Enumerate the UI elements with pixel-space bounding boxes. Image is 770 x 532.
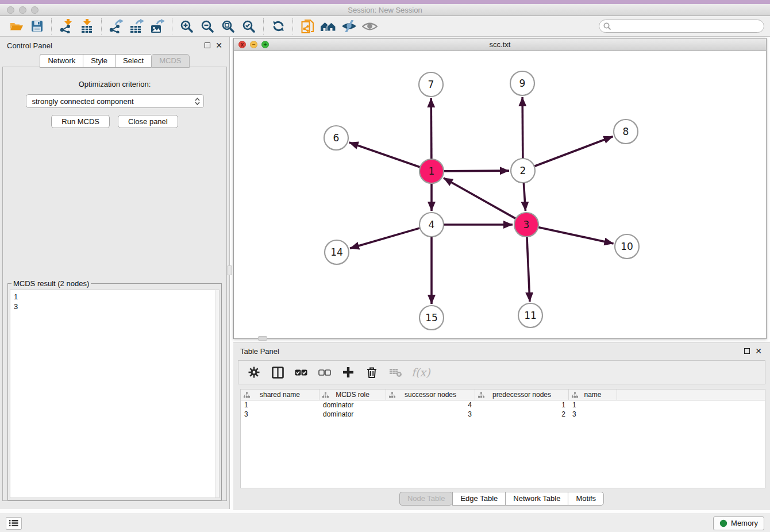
edge-3-10[interactable] <box>538 227 614 243</box>
tab-motifs[interactable]: Motifs <box>568 492 604 506</box>
checked-boxes-icon <box>295 369 307 376</box>
float-table-panel-icon[interactable] <box>744 348 750 354</box>
select-all-button[interactable] <box>294 364 309 381</box>
import-table-icon <box>80 19 93 33</box>
toggle-panel-layout-button[interactable] <box>270 364 285 381</box>
unchecked-boxes-icon <box>318 369 331 376</box>
node-10[interactable]: 10 <box>615 234 639 259</box>
import-network-icon <box>59 19 73 33</box>
node-8[interactable]: 8 <box>614 119 638 144</box>
column-header-predecessor-nodes[interactable]: predecessor nodes <box>475 390 569 400</box>
table-row[interactable]: 1dominator411 <box>241 400 765 410</box>
network-minimize-button[interactable]: – <box>250 41 257 48</box>
node-3[interactable]: 3 <box>514 213 538 237</box>
vertical-splitter-handle[interactable] <box>227 265 232 275</box>
deselect-all-button[interactable] <box>317 364 332 381</box>
float-panel-icon[interactable] <box>205 43 210 48</box>
network-window-titlebar[interactable]: x – + scc.txt <box>234 38 766 51</box>
zoom-in-button[interactable] <box>176 18 197 35</box>
refresh-layout-button[interactable] <box>268 18 288 35</box>
close-table-panel-icon[interactable]: ✕ <box>755 348 762 354</box>
edge-1-2[interactable] <box>444 171 509 171</box>
edge-2-8[interactable] <box>534 137 613 167</box>
table-toolbar: f(x) <box>238 360 765 384</box>
tab-edge-table[interactable]: Edge Table <box>452 492 505 506</box>
close-panel-button[interactable]: Close panel <box>118 115 178 128</box>
zoom-window-button[interactable] <box>31 6 38 14</box>
table-settings-button[interactable] <box>247 364 261 381</box>
close-window-button[interactable] <box>7 6 14 14</box>
column-header-label: predecessor nodes <box>492 391 551 399</box>
zoom-fit-button[interactable] <box>218 18 238 35</box>
houses-button[interactable] <box>318 18 338 35</box>
new-network-from-selection-button[interactable] <box>297 18 318 35</box>
edge-3-1[interactable] <box>444 178 516 219</box>
create-column-button[interactable] <box>341 364 356 381</box>
node-6[interactable]: 6 <box>324 126 348 150</box>
node-11[interactable]: 11 <box>518 303 542 327</box>
column-header-label: shared name <box>260 391 300 399</box>
export-table-button[interactable] <box>126 18 147 35</box>
criterion-select[interactable]: strongly connected component <box>26 94 204 108</box>
save-session-button[interactable] <box>26 18 47 35</box>
node-4[interactable]: 4 <box>419 213 444 237</box>
tab-network-table[interactable]: Network Table <box>505 492 568 506</box>
tab-mcds[interactable]: MCDS <box>151 54 189 68</box>
node-label: 2 <box>520 165 526 176</box>
open-session-button[interactable] <box>6 18 26 35</box>
node-2[interactable]: 2 <box>511 159 535 183</box>
network-maximize-button[interactable]: + <box>261 41 269 48</box>
delete-table-button[interactable] <box>388 364 403 381</box>
edge-2-9[interactable] <box>522 97 523 159</box>
node-7[interactable]: 7 <box>419 72 443 97</box>
network-document-icon <box>301 19 314 34</box>
control-panel: Control Panel ✕ NetworkStyleSelectMCDS O… <box>0 37 230 509</box>
table-header-row: shared nameMCDS rolesuccessor nodesprede… <box>241 390 765 400</box>
column-header-name[interactable]: name <box>569 390 617 400</box>
edge-2-3[interactable] <box>523 183 525 211</box>
import-table-button[interactable] <box>76 18 97 35</box>
window-controls[interactable] <box>7 6 38 14</box>
node-1[interactable]: 1 <box>419 159 444 183</box>
plus-icon <box>342 367 354 378</box>
delete-column-button[interactable] <box>364 364 379 381</box>
node-15[interactable]: 15 <box>419 306 444 330</box>
zoom-out-button[interactable] <box>197 18 218 35</box>
tab-style[interactable]: Style <box>83 54 115 68</box>
column-header-successor-nodes[interactable]: successor nodes <box>386 390 475 400</box>
result-scrollbar[interactable] <box>215 290 219 498</box>
column-header-mcds-role[interactable]: MCDS role <box>319 390 386 400</box>
search-input[interactable] <box>599 20 764 33</box>
tab-node-table[interactable]: Node Table <box>399 492 453 506</box>
horizontal-splitter-handle[interactable] <box>258 336 267 341</box>
window-top-edge <box>0 0 770 4</box>
delete-table-icon <box>389 367 402 377</box>
edge-1-6[interactable] <box>349 142 421 167</box>
edge-1-7[interactable] <box>431 98 432 159</box>
edge-3-11[interactable] <box>527 237 530 302</box>
zoom-selected-button[interactable] <box>238 18 259 35</box>
import-network-button[interactable] <box>56 18 76 35</box>
export-image-button[interactable] <box>147 18 168 35</box>
column-header-shared-name[interactable]: shared name <box>241 390 319 400</box>
function-builder-button[interactable]: f(x) <box>411 364 430 381</box>
export-network-button[interactable] <box>106 18 126 35</box>
export-image-icon <box>150 19 165 33</box>
node-9[interactable]: 9 <box>510 71 534 95</box>
edge-4-14[interactable] <box>350 228 420 248</box>
task-history-button[interactable] <box>6 517 22 530</box>
mcds-result-list[interactable]: 13 <box>10 290 220 498</box>
minimize-window-button[interactable] <box>19 6 26 14</box>
tab-select[interactable]: Select <box>115 54 151 68</box>
network-window-controls[interactable]: x – + <box>238 41 269 48</box>
run-mcds-button[interactable]: Run MCDS <box>51 115 110 128</box>
table-row[interactable]: 3dominator323 <box>241 410 765 419</box>
network-close-button[interactable]: x <box>238 41 246 48</box>
node-14[interactable]: 14 <box>325 240 349 264</box>
tab-network[interactable]: Network <box>40 54 83 68</box>
show-graphics-details-button[interactable] <box>359 18 380 35</box>
memory-button[interactable]: Memory <box>713 516 764 530</box>
network-canvas[interactable]: 7968124314101511 <box>234 51 766 338</box>
close-panel-icon[interactable]: ✕ <box>215 43 222 48</box>
hide-graphics-details-button[interactable] <box>338 18 359 35</box>
